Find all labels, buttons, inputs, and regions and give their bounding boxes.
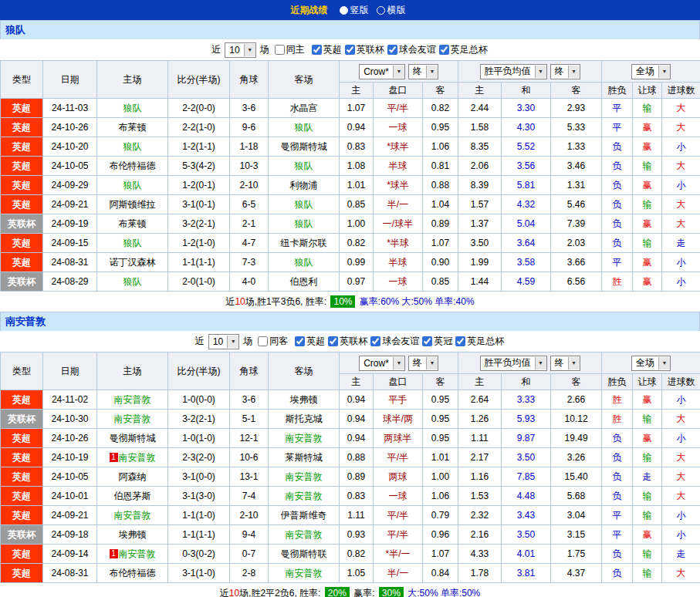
home-team-cell: 狼队 [97,99,168,118]
team-name-link[interactable]: 阿斯顿维拉 [110,199,156,210]
layout-radio-option[interactable]: 竖版 [340,4,369,17]
checkbox-input[interactable] [275,45,285,55]
chevron-down-icon: ▼ [227,336,238,348]
checkbox-input[interactable] [387,45,397,55]
team-name-link[interactable]: 狼队 [295,160,313,171]
avg-away-cell: 2.03 [551,234,602,253]
team-name-link[interactable]: 南安普敦 [114,510,151,521]
avg-odds-select[interactable]: 胜平负均值▼ [480,356,547,371]
scope-select[interactable]: 全场▼ [631,356,671,371]
bookmaker-select[interactable]: Crow*▼ [359,356,405,371]
odds-away-cell: 0.89 [423,214,458,234]
team-name-link[interactable]: 布伦特福德 [110,568,156,578]
competition-checkbox[interactable]: 英足总杯 [455,335,504,348]
same-venue-checkbox[interactable]: 同客 [258,335,288,348]
team-name-link[interactable]: 狼队 [295,218,313,229]
team-name-link[interactable]: 纽卡斯尔联 [281,238,327,248]
team-name-link[interactable]: 南安普敦 [286,568,323,578]
team-name-link[interactable]: 利物浦 [290,180,318,191]
team-name-link[interactable]: 布莱顿 [119,218,147,229]
team-name-link[interactable]: 南安普敦 [286,433,323,444]
handicap-cell: *球半 [374,137,423,157]
avg-stage-select[interactable]: 终▼ [550,64,580,79]
odds-stage-select[interactable]: 终▼ [408,64,438,79]
team-name-link[interactable]: 狼队 [295,122,313,133]
league-cell: 英超 [1,487,43,506]
team-name-link[interactable]: 伯恩茅斯 [114,491,151,501]
checkbox-input[interactable] [345,45,355,55]
team-name-link[interactable]: 阿森纳 [119,471,147,482]
odds-stage-select[interactable]: 终▼ [408,356,438,371]
team-name-link[interactable]: 狼队 [123,180,142,191]
competition-checkbox[interactable]: 英冠 [422,335,452,348]
team-name-link[interactable]: 伯恩利 [290,276,318,287]
team-name-link[interactable]: 南安普敦 [114,413,151,424]
handicap-cell: 平/半 [374,448,423,467]
bookmaker-select[interactable]: Crow*▼ [359,64,405,79]
team-name-link[interactable]: 埃弗顿 [119,529,147,540]
team-name-link[interactable]: 斯托克城 [286,413,323,424]
team-name-link[interactable]: 曼彻斯特联 [281,548,327,559]
checkbox-input[interactable] [295,336,305,346]
team-name-link[interactable]: 南安普敦 [286,471,323,482]
competition-checkbox[interactable]: 英超 [295,335,325,348]
radio-icon[interactable] [340,6,348,15]
score-cell: 5-3(4-2) [168,157,230,176]
team-name-link[interactable]: 南安普敦 [119,548,156,559]
team-name-link[interactable]: 狼队 [295,257,313,268]
result-handicap-cell: 赢 [633,118,662,137]
competition-checkbox[interactable]: 英联杯 [328,335,367,348]
competition-checkbox[interactable]: 英超 [312,43,342,56]
result-goals-cell: 大 [662,448,700,467]
competition-checkbox[interactable]: 球会友谊 [370,335,419,348]
home-team-cell: 布伦特福德 [97,564,168,583]
checkbox-input[interactable] [370,336,380,346]
checkbox-input[interactable] [312,45,322,55]
same-venue-checkbox[interactable]: 同主 [275,43,305,56]
team-name-link[interactable]: 南安普敦 [114,394,151,405]
team-name-link[interactable]: 布莱顿 [119,122,147,133]
competition-checkbox[interactable]: 球会友谊 [387,43,436,56]
filter-bar: 近 10▼ 场 同主 英超英联杯球会友谊英足总杯 [0,39,700,60]
corners-cell: 7-4 [230,487,269,506]
team-name-link[interactable]: 曼彻斯特城 [281,141,327,152]
col-header-goal-count: 进球数 [662,83,700,99]
team-name-link[interactable]: 伊普斯维奇 [281,510,327,521]
competition-checkbox[interactable]: 英联杯 [345,43,384,56]
checkbox-input[interactable] [455,336,465,346]
corners-cell: 2-10 [230,506,269,525]
result-goals-cell: 大 [662,410,700,429]
layout-radio-option[interactable]: 横版 [377,4,406,17]
avg-home-cell: 2.32 [458,506,502,525]
team-name-link[interactable]: 布伦特福德 [110,160,156,171]
team-name-link[interactable]: 莱斯特城 [286,452,323,463]
away-team-cell: 狼队 [269,118,340,137]
team-name-link[interactable]: 南安普敦 [119,452,156,463]
team-name-link[interactable]: 诺丁汉森林 [110,257,156,268]
competition-checkbox[interactable]: 英足总杯 [439,43,488,56]
team-name-link[interactable]: 南安普敦 [286,529,323,540]
team-name-link[interactable]: 狼队 [123,141,142,152]
checkbox-input[interactable] [258,336,268,346]
team-name-link[interactable]: 狼队 [123,238,142,248]
recent-results-table: 类型 日期 主场 比分(半场) 角球 客场 Crow*▼ 终▼ 胜平负均 [0,352,700,583]
recent-count-select[interactable]: 10▼ [208,334,239,349]
handicap-cell: 一球 [374,118,423,137]
recent-count-select[interactable]: 10▼ [225,42,255,58]
avg-stage-select[interactable]: 终▼ [550,356,580,371]
avg-draw-cell: 4.32 [502,195,551,214]
checkbox-input[interactable] [439,45,449,55]
scope-select[interactable]: 全场▼ [631,64,671,79]
team-name-link[interactable]: 曼彻斯特城 [110,433,156,444]
avg-draw-cell: 3.50 [502,525,551,545]
team-name-link[interactable]: 狼队 [123,276,142,287]
radio-icon[interactable] [377,6,385,15]
checkbox-input[interactable] [328,336,338,346]
team-name-link[interactable]: 狼队 [295,199,313,210]
avg-odds-select[interactable]: 胜平负均值▼ [480,64,547,79]
checkbox-input[interactable] [422,336,432,346]
team-name-link[interactable]: 南安普敦 [286,491,323,501]
team-name-link[interactable]: 埃弗顿 [290,394,318,405]
team-name-link[interactable]: 狼队 [123,103,142,113]
team-name-link[interactable]: 水晶宫 [290,103,318,113]
